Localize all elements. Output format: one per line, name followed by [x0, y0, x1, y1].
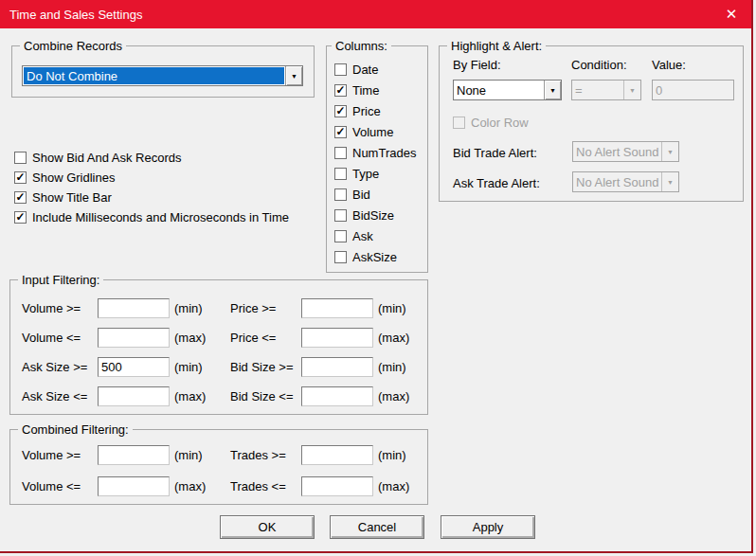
cancel-button[interactable]: Cancel	[330, 515, 424, 539]
ask-trade-alert-value: No Alert Sound	[573, 172, 661, 191]
input-filtering-group: Input Filtering: Volume >= (min) Price >…	[9, 279, 428, 415]
checkbox-label: Volume	[352, 125, 393, 139]
checkbox-column-price[interactable]: ✓ Price	[334, 101, 381, 120]
checkbox-label: Show Bid And Ask Records	[32, 151, 182, 165]
checkbox-label: Date	[352, 63, 378, 77]
combined-volume-max-input[interactable]	[98, 476, 170, 496]
checkbox-label: Type	[352, 167, 379, 181]
checkbox-column-ask[interactable]: Ask	[334, 226, 373, 245]
checkbox-column-bid[interactable]: Bid	[334, 185, 370, 204]
combined-filtering-group: Combined Filtering: Volume >= (min) Trad…	[9, 429, 428, 505]
combined-volume-min-unit: (min)	[174, 445, 203, 465]
condition-select: = ▼	[571, 80, 641, 100]
checkbox-box	[334, 168, 347, 180]
price-min-unit: (min)	[378, 298, 406, 318]
checkbox-show-bid-ask-records[interactable]: Show Bid And Ask Records	[14, 148, 182, 167]
trades-min-input[interactable]	[301, 445, 373, 465]
checkbox-label: Color Row	[471, 116, 529, 130]
checkbox-box	[334, 63, 347, 76]
checkbox-label: Show Title Bar	[32, 190, 112, 205]
bid-trade-alert-label: Bid Trade Alert:	[453, 146, 537, 160]
combine-records-selected-value: Do Not Combine	[24, 67, 284, 84]
chevron-down-icon[interactable]: ▼	[544, 81, 561, 99]
ask-size-max-unit: (max)	[174, 386, 206, 406]
checkbox-box: ✓	[334, 84, 347, 97]
chevron-down-icon[interactable]: ▼	[285, 66, 302, 85]
volume-max-input[interactable]	[98, 328, 170, 348]
bid-size-max-input[interactable]	[301, 386, 373, 406]
bid-size-max-label: Bid Size <=	[230, 386, 294, 406]
checkbox-box: ✓	[14, 191, 27, 204]
dropdown-arrow-glyph: ▼	[667, 179, 674, 186]
checkbox-column-time[interactable]: ✓ Time	[334, 81, 379, 99]
dropdown-arrow-glyph: ▼	[667, 149, 674, 155]
ask-trade-alert-select: No Alert Sound ▼	[572, 171, 679, 192]
close-button[interactable]: ✕	[715, 0, 747, 28]
checkbox-box	[334, 188, 347, 201]
checkbox-label: Show Gridlines	[32, 170, 115, 185]
price-max-input[interactable]	[301, 328, 373, 348]
price-max-unit: (max)	[378, 328, 409, 348]
checkbox-label: BidSize	[352, 208, 394, 223]
combined-volume-max-label: Volume <=	[22, 476, 81, 496]
checkbox-column-asksize[interactable]: AskSize	[334, 247, 397, 266]
volume-min-input[interactable]	[98, 298, 170, 318]
value-input	[652, 80, 734, 100]
checkbox-box	[334, 209, 347, 222]
by-field-label: By Field:	[453, 58, 501, 72]
ask-size-max-input[interactable]	[98, 386, 170, 406]
ask-size-min-input[interactable]	[98, 357, 170, 377]
by-field-select[interactable]: None ▼	[453, 80, 562, 100]
checkbox-label: Price	[352, 104, 381, 118]
by-field-value: None	[454, 81, 544, 99]
checkbox-box	[14, 152, 27, 164]
checkbox-label: Ask	[352, 229, 373, 243]
combined-volume-max-unit: (max)	[174, 476, 206, 496]
dropdown-arrow-glyph: ▼	[629, 87, 636, 94]
trades-max-label: Trades <=	[230, 476, 286, 496]
dropdown-arrow-glyph: ▼	[291, 73, 297, 80]
trades-max-unit: (max)	[378, 476, 409, 496]
trades-min-label: Trades >=	[230, 445, 286, 465]
combine-records-select[interactable]: Do Not Combine ▼	[22, 65, 303, 86]
volume-min-label: Volume >=	[22, 298, 81, 318]
checkbox-column-date[interactable]: Date	[334, 60, 378, 79]
checkbox-column-bidsize[interactable]: BidSize	[334, 206, 394, 224]
trades-max-input[interactable]	[301, 476, 373, 496]
checkbox-label: Include Milliseconds and Microseconds in…	[32, 210, 289, 224]
checkbox-label: Time	[352, 83, 379, 98]
checkbox-box: ✓	[334, 105, 347, 117]
apply-button[interactable]: Apply	[441, 515, 535, 539]
checkbox-column-volume[interactable]: ✓ Volume	[334, 122, 393, 141]
volume-max-unit: (max)	[174, 328, 206, 348]
combine-records-group: Combine Records Do Not Combine ▼	[11, 45, 315, 98]
input-filtering-group-label: Input Filtering:	[18, 273, 103, 287]
highlight-alert-group: Highlight & Alert: By Field: None ▼ Cond…	[439, 45, 744, 202]
checkbox-include-milliseconds[interactable]: ✓ Include Milliseconds and Microseconds …	[14, 207, 289, 226]
checkbox-column-type[interactable]: Type	[334, 164, 379, 183]
combine-records-group-label: Combine Records	[20, 39, 126, 53]
bid-size-min-unit: (min)	[378, 357, 406, 377]
chevron-down-icon: ▼	[661, 172, 678, 191]
bid-size-min-input[interactable]	[301, 357, 373, 377]
time-and-sales-settings-dialog: Time and Sales Settings ✕ Combine Record…	[0, 0, 753, 553]
checkbox-show-title-bar[interactable]: ✓ Show Title Bar	[14, 188, 112, 206]
checkbox-box: ✓	[14, 171, 27, 184]
close-icon: ✕	[726, 6, 738, 23]
combined-volume-min-label: Volume >=	[22, 445, 81, 465]
ok-button[interactable]: OK	[220, 515, 315, 539]
bid-trade-alert-select: No Alert Sound ▼	[572, 141, 679, 162]
checkbox-show-gridlines[interactable]: ✓ Show Gridlines	[14, 168, 115, 187]
checkbox-box	[453, 117, 465, 129]
ask-size-min-unit: (min)	[174, 357, 203, 377]
chevron-down-icon: ▼	[623, 81, 640, 99]
columns-group: Columns: Date ✓ Time ✓ Price ✓ Volume Nu…	[326, 45, 428, 273]
combined-volume-min-input[interactable]	[98, 445, 170, 465]
checkbox-box	[334, 251, 347, 263]
checkbox-column-numtrades[interactable]: NumTrades	[334, 143, 416, 162]
volume-min-unit: (min)	[174, 298, 203, 318]
bid-trade-alert-value: No Alert Sound	[573, 142, 661, 161]
checkbox-box	[334, 147, 347, 159]
price-min-input[interactable]	[301, 298, 373, 318]
price-max-label: Price <=	[230, 328, 276, 348]
